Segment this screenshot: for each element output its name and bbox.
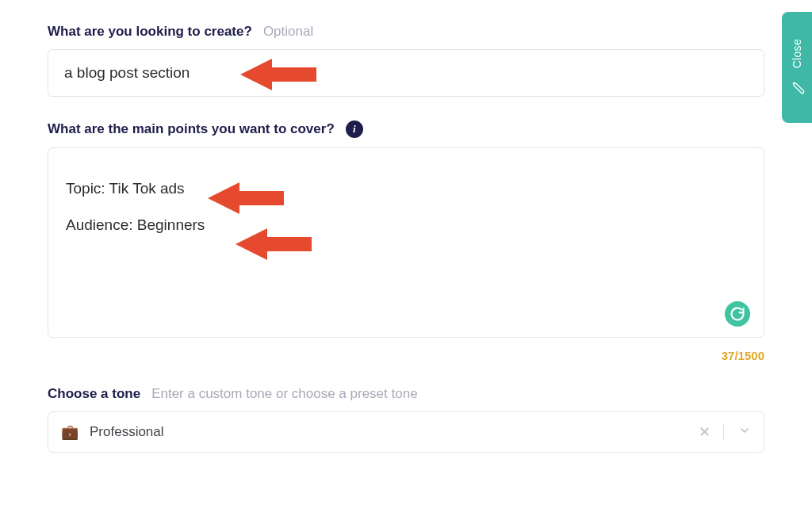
chevron-down-icon[interactable] [735,424,751,441]
optional-label: Optional [263,24,313,40]
grammarly-icon[interactable] [725,301,750,327]
briefcase-icon: 💼 [61,423,79,441]
close-label: Close [791,39,803,68]
char-counter: 37/1500 [48,349,764,362]
tone-label: Choose a tone [48,386,140,402]
pencil-icon [789,82,805,94]
tone-field-group: Choose a tone Enter a custom tone or cho… [48,386,764,453]
create-label: What are you looking to create? [48,24,252,40]
create-field-group: What are you looking to create? Optional [48,24,764,97]
tone-hint: Enter a custom tone or choose a preset t… [151,386,417,402]
points-textarea[interactable] [48,147,764,338]
create-input[interactable] [48,49,764,97]
info-icon[interactable]: i [346,120,363,138]
points-label: What are the main points you want to cov… [48,121,335,137]
tone-value: Professional [90,424,688,440]
points-field-group: What are the main points you want to cov… [48,120,764,362]
clear-icon[interactable]: ✕ [699,423,724,441]
close-button[interactable]: Close [782,12,812,123]
tone-select[interactable]: 💼 Professional ✕ [48,411,764,453]
